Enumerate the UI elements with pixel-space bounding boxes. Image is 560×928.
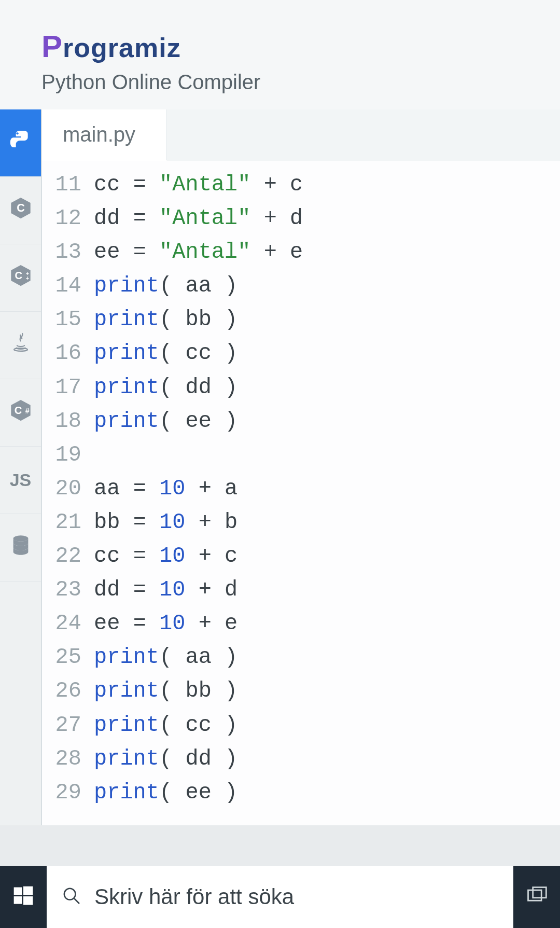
code-content[interactable]: print( ee ) <box>94 776 237 810</box>
svg-text:+: + <box>26 275 29 281</box>
code-content[interactable]: bb = 10 + b <box>94 506 237 539</box>
tab-main-file[interactable]: main.py <box>42 109 167 161</box>
code-line[interactable]: 20aa = 10 + a <box>42 472 560 506</box>
code-line[interactable]: 27print( cc ) <box>42 709 560 742</box>
code-line[interactable]: 21bb = 10 + b <box>42 506 560 539</box>
code-content[interactable]: print( aa ) <box>94 269 237 303</box>
svg-text:#: # <box>25 407 29 415</box>
logo-letter: P <box>41 29 63 64</box>
line-number: 23 <box>42 573 94 607</box>
code-line[interactable]: 17print( dd ) <box>42 371 560 405</box>
task-view-button[interactable] <box>513 866 560 928</box>
svg-rect-13 <box>23 887 33 895</box>
code-content[interactable]: aa = 10 + a <box>94 472 237 506</box>
code-content[interactable]: ee = "Antal" + e <box>94 236 303 269</box>
code-line[interactable]: 29print( ee ) <box>42 776 560 810</box>
editor: main.py 11cc = "Antal" + c12dd = "Antal"… <box>41 109 560 825</box>
sidebar-item-js[interactable]: JS <box>0 447 41 514</box>
svg-point-11 <box>13 535 28 542</box>
csharp-icon: C# <box>9 398 33 427</box>
line-number: 26 <box>42 674 94 708</box>
code-line[interactable]: 25print( aa ) <box>42 641 560 674</box>
sidebar-item-java[interactable] <box>0 312 41 379</box>
code-line[interactable]: 24ee = 10 + e <box>42 607 560 641</box>
code-content[interactable]: ee = 10 + e <box>94 607 237 641</box>
svg-text:C: C <box>14 405 22 416</box>
line-number: 17 <box>42 371 94 405</box>
line-number: 25 <box>42 641 94 674</box>
svg-text:C: C <box>17 201 25 214</box>
code-content[interactable]: print( cc ) <box>94 337 237 370</box>
code-line[interactable]: 14print( aa ) <box>42 269 560 303</box>
svg-rect-15 <box>23 896 33 905</box>
java-icon <box>9 331 33 359</box>
line-number: 11 <box>42 168 94 202</box>
code-content[interactable]: cc = "Antal" + c <box>94 168 303 202</box>
line-number: 19 <box>42 438 94 472</box>
code-content[interactable]: print( bb ) <box>94 674 237 708</box>
svg-point-16 <box>64 889 76 900</box>
sidebar-item-python[interactable] <box>0 109 41 177</box>
site-logo: Programiz <box>41 29 550 64</box>
search-icon <box>61 885 82 908</box>
line-number: 20 <box>42 472 94 506</box>
code-line[interactable]: 13ee = "Antal" + e <box>42 236 560 269</box>
svg-rect-19 <box>533 888 547 898</box>
c-icon: C <box>9 196 33 225</box>
windows-icon <box>12 884 35 909</box>
python-icon <box>9 129 33 157</box>
database-icon <box>9 533 33 562</box>
line-number: 24 <box>42 607 94 641</box>
code-line[interactable]: 19 <box>42 438 560 472</box>
code-content[interactable]: print( dd ) <box>94 742 237 776</box>
tab-bar: main.py <box>42 109 560 161</box>
taskbar-search[interactable]: Skriv här för att söka <box>47 866 513 928</box>
code-content[interactable]: print( ee ) <box>94 405 237 438</box>
code-line[interactable]: 26print( bb ) <box>42 674 560 708</box>
sidebar-item-csharp[interactable]: C# <box>0 379 41 447</box>
line-number: 27 <box>42 709 94 742</box>
cpp-icon: C++ <box>9 264 33 292</box>
line-number: 18 <box>42 405 94 438</box>
code-area[interactable]: 11cc = "Antal" + c12dd = "Antal" + d13ee… <box>42 161 560 825</box>
line-number: 29 <box>42 776 94 810</box>
language-sidebar: C C++ C# JS <box>0 109 41 825</box>
code-content[interactable] <box>94 438 107 472</box>
code-content[interactable]: dd = "Antal" + d <box>94 202 303 236</box>
svg-rect-18 <box>528 890 542 901</box>
svg-line-17 <box>74 898 79 904</box>
svg-text:C: C <box>15 270 22 281</box>
code-content[interactable]: dd = 10 + d <box>94 573 237 607</box>
line-number: 13 <box>42 236 94 269</box>
site-subtitle: Python Online Compiler <box>41 71 550 94</box>
windows-taskbar: Skriv här för att söka <box>0 866 560 928</box>
line-number: 22 <box>42 539 94 573</box>
code-line[interactable]: 15print( bb ) <box>42 303 560 337</box>
sidebar-item-cpp[interactable]: C++ <box>0 244 41 312</box>
app-header: Programiz Python Online Compiler <box>0 0 560 109</box>
code-line[interactable]: 28print( dd ) <box>42 742 560 776</box>
task-view-icon <box>525 884 548 909</box>
line-number: 21 <box>42 506 94 539</box>
line-number: 28 <box>42 742 94 776</box>
code-line[interactable]: 18print( ee ) <box>42 405 560 438</box>
code-line[interactable]: 16print( cc ) <box>42 337 560 370</box>
code-line[interactable]: 22cc = 10 + c <box>42 539 560 573</box>
code-content[interactable]: print( bb ) <box>94 303 237 337</box>
sidebar-item-c[interactable]: C <box>0 177 41 244</box>
code-line[interactable]: 12dd = "Antal" + d <box>42 202 560 236</box>
code-content[interactable]: print( dd ) <box>94 371 237 405</box>
code-content[interactable]: print( cc ) <box>94 709 237 742</box>
sidebar-item-sql[interactable] <box>0 514 41 581</box>
code-line[interactable]: 11cc = "Antal" + c <box>42 168 560 202</box>
code-content[interactable]: cc = 10 + c <box>94 539 237 573</box>
line-number: 15 <box>42 303 94 337</box>
code-content[interactable]: print( aa ) <box>94 641 237 674</box>
js-icon: JS <box>10 470 32 490</box>
search-placeholder: Skriv här för att söka <box>94 884 294 909</box>
start-button[interactable] <box>0 866 47 928</box>
svg-rect-12 <box>14 888 22 895</box>
code-line[interactable]: 23dd = 10 + d <box>42 573 560 607</box>
svg-point-0 <box>16 132 18 134</box>
logo-rest: rogramiz <box>63 33 181 63</box>
